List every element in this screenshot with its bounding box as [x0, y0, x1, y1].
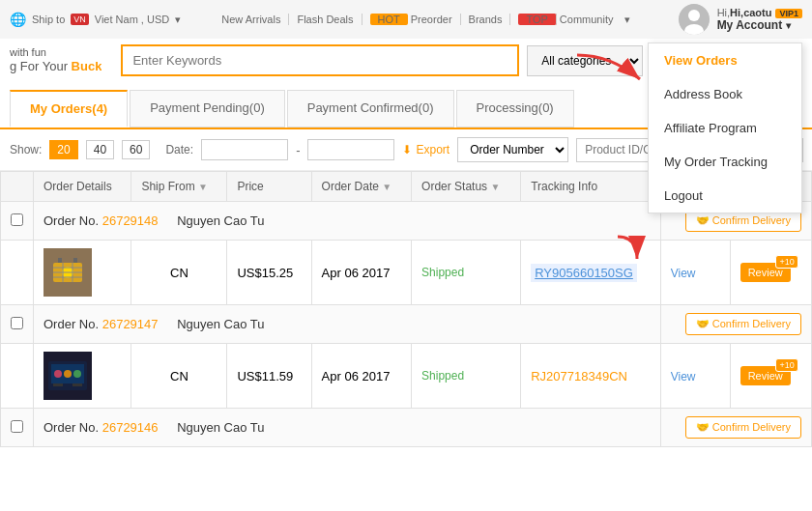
th-order-date[interactable]: Order Date ▼	[311, 172, 412, 202]
order2-review-wrapper: Review +10	[740, 366, 791, 385]
order3-confirm-button[interactable]: 🤝 Confirm Delivery	[685, 416, 801, 439]
order1-number-link[interactable]: 26729148	[102, 213, 159, 228]
top-nav: New Arrivals Flash Deals HOTPreorder Bra…	[214, 14, 645, 26]
svg-rect-7	[73, 258, 77, 263]
svg-point-19	[64, 370, 72, 378]
svg-rect-6	[58, 258, 62, 263]
order2-confirm-button[interactable]: 🤝 Confirm Delivery	[685, 313, 801, 335]
dropdown-logout[interactable]: Logout	[649, 179, 801, 213]
order2-tracking-link[interactable]: RJ207718349CN	[531, 369, 627, 383]
search-bar: All categories 🔍	[102, 43, 720, 77]
order3-number-link[interactable]: 26729146	[102, 420, 159, 435]
order3-checkbox-cell	[1, 409, 34, 447]
order2-ship-from: CN	[131, 344, 227, 409]
order1-product-cell	[34, 241, 131, 305]
th-tracking-info: Tracking Info	[521, 172, 661, 202]
order1-number-label: Order No.	[44, 213, 102, 228]
nav-community[interactable]: TOPCommunity ▾	[510, 14, 645, 26]
order2-product-cell	[34, 344, 131, 409]
th-checkbox	[1, 172, 34, 202]
top-bar: 🌐 Ship to VN Viet Nam , USD ▾ New Arriva…	[0, 0, 812, 39]
hand-icon-2: 🤝	[696, 318, 710, 329]
order2-checkbox[interactable]	[11, 317, 23, 329]
country-arrow[interactable]: ▾	[175, 14, 181, 26]
order1-detail-empty	[1, 241, 34, 305]
page-size-20[interactable]: 20	[49, 140, 77, 159]
tab-payment-confirmed[interactable]: Payment Confirmed(0)	[287, 90, 454, 128]
nav-new-arrivals[interactable]: New Arrivals	[214, 14, 289, 25]
username: Hi,caotu	[730, 7, 771, 18]
tab-processing[interactable]: Processing(0)	[456, 90, 574, 128]
account-dropdown: View Orders Address Book Affiliate Progr…	[648, 43, 802, 213]
export-button[interactable]: ⬇ Export	[402, 143, 450, 156]
order1-ship-from: CN	[131, 241, 227, 305]
date-separator: -	[296, 143, 300, 157]
dropdown-affiliate[interactable]: Affiliate Program	[649, 111, 801, 145]
order2-view-cell: View	[660, 344, 730, 409]
logo: with fun g For Your Buck	[10, 45, 102, 75]
order2-status: Shipped	[412, 344, 521, 409]
order1-checkbox-cell	[1, 202, 34, 241]
my-account-btn[interactable]: My Account ▾	[717, 18, 802, 32]
order1-tracking-cell: RY905660150SG	[521, 241, 661, 305]
country-select[interactable]: Viet Nam , USD	[95, 14, 169, 25]
svg-point-18	[54, 370, 62, 378]
vip-badge: VIP1	[775, 9, 802, 18]
order3-checkbox[interactable]	[11, 420, 23, 433]
th-order-status[interactable]: Order Status ▼	[412, 172, 521, 202]
show-label: Show:	[10, 143, 42, 156]
order-detail-row-2: CN US$11.59 Apr 06 2017 Shipped RJ207718…	[1, 344, 812, 409]
flag-icon: VN	[71, 14, 89, 25]
order1-date: Apr 06 2017	[311, 241, 412, 305]
order1-product-image	[44, 248, 92, 297]
nav-preorder[interactable]: HOTPreorder	[362, 14, 461, 25]
th-order-details: Order Details	[34, 172, 131, 202]
order1-info-cell: Order No. 26729148 Nguyen Cao Tu	[34, 202, 661, 241]
order2-seller: Nguyen Cao Tu	[177, 317, 264, 331]
account-info: Hi,Hi,caotuVIP1 My Account ▾	[717, 7, 802, 32]
page-size-60[interactable]: 60	[122, 140, 150, 159]
logo-line1: with fun	[10, 45, 102, 59]
order1-view-link[interactable]: View	[671, 267, 696, 280]
nav-brands[interactable]: Brands	[461, 14, 511, 25]
category-select[interactable]: All categories	[527, 45, 643, 76]
order2-info-cell: Order No. 26729147 Nguyen Cao Tu	[34, 305, 661, 344]
order3-number-label: Order No.	[44, 420, 102, 435]
top-badge: TOP	[518, 14, 556, 25]
dropdown-view-orders[interactable]: View Orders	[649, 43, 801, 77]
order2-number-link[interactable]: 26729147	[102, 317, 159, 331]
order2-review-cell: Review +10	[730, 344, 811, 409]
hot-badge: HOT	[370, 14, 408, 25]
order1-checkbox[interactable]	[11, 213, 23, 226]
ship-to-label: Ship to	[32, 14, 65, 25]
download-icon: ⬇	[402, 143, 412, 156]
tab-payment-pending[interactable]: Payment Pending(0)	[130, 90, 285, 128]
search-input[interactable]	[121, 44, 519, 76]
top-bar-right: Hi,Hi,caotuVIP1 My Account ▾ View Orders…	[679, 4, 802, 35]
dropdown-address-book[interactable]: Address Book	[649, 77, 801, 111]
th-ship-from[interactable]: Ship From ▼	[131, 172, 227, 202]
order1-view-cell: View	[660, 241, 730, 305]
page-size-40[interactable]: 40	[86, 140, 114, 159]
order-header-row-3: Order No. 26729146 Nguyen Cao Tu 🤝 Confi…	[1, 409, 812, 447]
order2-detail-empty	[1, 344, 34, 409]
order1-price: US$15.25	[227, 241, 311, 305]
avatar	[679, 4, 710, 35]
tab-my-orders[interactable]: My Orders(4)	[10, 90, 128, 128]
order1-tracking-link[interactable]: RY905660150SG	[531, 264, 637, 282]
sort-order-date-icon: ▼	[382, 182, 392, 192]
date-from-input[interactable]	[201, 139, 288, 160]
svg-rect-21	[53, 383, 63, 386]
top-bar-left: 🌐 Ship to VN Viet Nam , USD ▾	[10, 12, 181, 27]
order2-view-link[interactable]: View	[671, 370, 696, 383]
account-arrow-icon: ▾	[786, 20, 791, 31]
order2-date: Apr 06 2017	[311, 344, 412, 409]
dropdown-order-tracking[interactable]: My Order Tracking	[649, 145, 801, 179]
order1-seller: Nguyen Cao Tu	[177, 213, 264, 228]
order1-status: Shipped	[412, 241, 521, 305]
date-to-input[interactable]	[307, 139, 394, 160]
globe-icon: 🌐	[10, 12, 26, 27]
sort-status-icon: ▼	[490, 182, 500, 192]
nav-flash-deals[interactable]: Flash Deals	[289, 14, 362, 25]
order-type-select[interactable]: Order Number	[457, 137, 568, 162]
